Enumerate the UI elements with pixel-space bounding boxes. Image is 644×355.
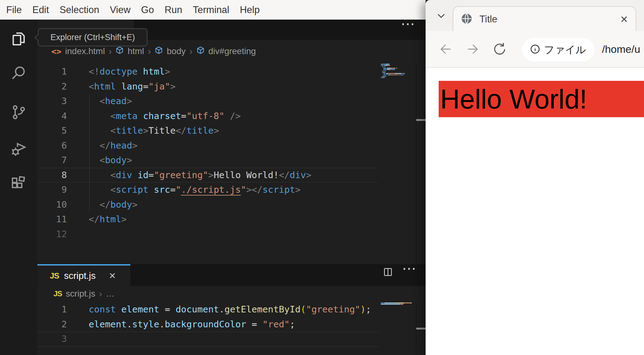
breadcrumb-item[interactable]: script.js [66,289,95,299]
reload-button[interactable] [492,42,507,58]
breadcrumb-item[interactable]: html [128,46,144,56]
screen: FileEditSelectionViewGoRunTerminalHelp ⋯… [0,0,644,355]
code-line[interactable]: 8 <div id="greeting">Hello World!</div> [37,168,379,183]
activity-bar [0,20,37,355]
back-button[interactable] [438,42,453,58]
code-line[interactable]: 11</html> [37,212,379,227]
line-number: 1 [37,64,67,79]
split-editor-button[interactable] [383,267,393,278]
line-number: 2 [37,317,67,332]
minimap[interactable] [381,302,412,307]
code-text: </body> [89,199,138,210]
code-line[interactable]: 12 [37,227,379,242]
tooltip-text: Explorer (Ctrl+Shift+E) [50,33,135,42]
run-debug-icon[interactable] [9,140,28,159]
html-file-icon: <> [51,47,62,56]
code-text: <!doctype html> [89,66,170,77]
code-line[interactable]: 3 <head> [37,94,379,109]
code-line[interactable]: 7 <body> [37,153,379,168]
chevron-right-icon: › [99,288,102,299]
address-url[interactable]: /home/u [602,37,640,61]
menu-item-run[interactable]: Run [165,4,182,16]
code-text: </html> [89,214,127,224]
breadcrumb-item[interactable]: div#greeting [208,46,256,56]
menu-item-go[interactable]: Go [141,4,154,16]
line-number: 12 [37,227,67,242]
code-text: <head> [89,96,132,106]
js-code-editor[interactable]: 1const element = document.getElementById… [37,302,379,347]
chevron-right-icon: › [148,46,151,57]
code-line[interactable]: 3 [37,332,379,347]
code-text: <script src="./script.js"></script> [89,184,301,195]
browser-tab-title: Title [479,14,613,25]
forward-button[interactable] [465,42,480,58]
breadcrumb-item[interactable]: body [167,46,186,56]
code-text: </head> [89,140,138,151]
explorer-tooltip: Explorer (Ctrl+Shift+E) [38,28,147,46]
menu-item-terminal[interactable]: Terminal [193,4,229,16]
tab-search-chevron-icon[interactable] [434,8,449,24]
js-file-icon: JS [50,271,59,281]
menu-item-edit[interactable]: Edit [32,4,49,16]
line-number: 10 [37,197,67,212]
code-text: <body> [89,155,132,165]
code-text: const element = document.getElementById(… [89,304,371,315]
symbol-element-icon [115,46,124,57]
extensions-icon[interactable] [9,175,28,193]
line-number: 11 [37,212,67,227]
line-number: 9 [37,182,67,197]
html-code-editor[interactable]: 1<!doctype html>2<html lang="ja">3 <head… [37,64,379,242]
menu-bar: FileEditSelectionViewGoRunTerminalHelp [0,0,426,20]
breadcrumb-item[interactable]: index.html [65,46,105,56]
breadcrumb-item[interactable]: … [106,289,114,299]
info-icon [530,44,540,55]
code-text: <meta charset="utf-8" /> [89,111,241,121]
line-number: 4 [37,109,67,124]
editor-more-actions-button[interactable]: ⋯ [402,265,417,271]
code-line[interactable]: 2<html lang="ja"> [37,79,379,94]
code-line[interactable]: 6 </head> [37,138,379,153]
site-info-chip[interactable]: ファイル [522,38,594,62]
code-line[interactable]: 9 <script src="./script.js"></script> [37,182,379,197]
editor-more-actions-button[interactable]: ⋯ [401,21,416,27]
search-icon[interactable] [9,64,28,83]
line-number: 5 [37,123,67,138]
menu-item-file[interactable]: File [6,4,22,16]
scrollbar-divider [416,64,416,264]
close-tab-icon[interactable]: ✕ [620,14,628,25]
menu-item-selection[interactable]: Selection [59,4,99,16]
code-line[interactable]: 2element.style.backgroundColor = "red"; [37,317,379,332]
source-control-icon[interactable] [9,103,28,122]
code-line[interactable]: 4 <meta charset="utf-8" /> [37,109,379,124]
menu-item-view[interactable]: View [110,4,131,16]
code-line[interactable]: 10 </body> [37,197,379,212]
explorer-icon[interactable] [9,29,28,48]
code-line[interactable]: 1const element = document.getElementById… [37,302,379,317]
line-number: 3 [37,94,67,109]
code-text: <div id="greeting">Hello World!</div> [89,170,311,180]
code-line[interactable]: 5 <title>Title</title> [37,123,379,138]
browser-toolbar: ファイル /home/u [426,31,644,68]
site-info-label: ファイル [544,43,586,57]
close-tab-icon[interactable]: ✕ [109,271,116,281]
minimap[interactable] [381,64,405,80]
browser-viewport: Hello World! [426,68,644,355]
code-text: <title>Title</title> [89,125,219,136]
symbol-element-icon [155,46,163,57]
line-number: 6 [37,138,67,153]
line-number: 2 [37,79,67,94]
symbol-element-icon [196,46,205,57]
overview-cursor-marker [416,328,426,330]
chevron-right-icon: › [109,46,112,57]
menu-item-help[interactable]: Help [240,4,260,16]
code-line[interactable]: 1<!doctype html> [37,64,379,79]
js-file-icon: JS [54,289,62,298]
browser-tab[interactable]: Title ✕ [453,6,636,32]
chevron-right-icon: › [189,46,193,57]
line-number: 7 [37,153,67,168]
overview-cursor-marker [416,119,426,121]
tab-script-js[interactable]: JS script.js ✕ [37,264,130,286]
indent-guide [89,94,90,212]
line-number: 3 [37,332,67,347]
globe-icon [461,13,473,26]
